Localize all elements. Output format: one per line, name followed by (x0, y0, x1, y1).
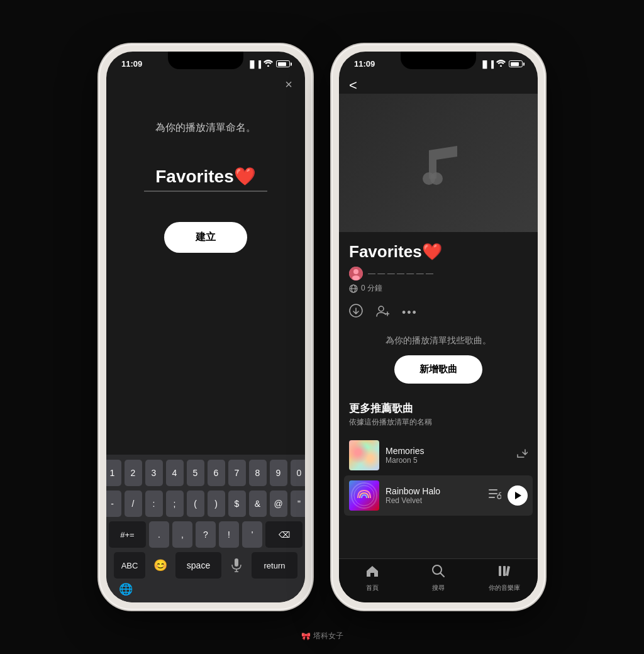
svg-point-21 (497, 495, 501, 499)
kb-return[interactable]: return (252, 552, 297, 579)
kb-key-9[interactable]: 9 (270, 460, 287, 486)
kb-key-dollar[interactable]: $ (228, 490, 246, 517)
song-actions-rainbow (489, 485, 528, 506)
phone-2-screen: 11:09 ▐▌▐ < (339, 52, 538, 602)
create-button-container: 建立 (119, 222, 292, 253)
music-note-large (410, 135, 467, 191)
rec-title: 更多推薦歌曲 (349, 401, 528, 416)
kb-key-amp[interactable]: & (249, 490, 267, 517)
kb-key-colon[interactable]: : (145, 490, 163, 517)
kb-globe[interactable]: 🌐 (119, 582, 133, 596)
nav-home-label: 首頁 (366, 584, 379, 592)
playlist-info: Favorites❤️ — — — — — — — (339, 232, 538, 296)
kb-space[interactable]: space (175, 552, 221, 579)
empty-state-text: 為你的播放清單找些歌曲。 (352, 335, 525, 346)
kb-globe-row: 🌐 (109, 579, 303, 596)
time-1: 11:09 (121, 59, 142, 69)
download-icon[interactable] (349, 304, 363, 321)
back-button[interactable]: < (339, 71, 538, 94)
kb-key-0[interactable]: 0 (291, 460, 306, 486)
kb-key-exclaim[interactable]: ! (219, 521, 239, 548)
add-to-playlist-icon-rainbow[interactable] (489, 489, 501, 502)
duration-text: 0 分鐘 (361, 283, 382, 294)
kb-key-comma[interactable]: , (172, 521, 192, 548)
kb-key-8[interactable]: 8 (249, 460, 267, 486)
svg-point-0 (267, 65, 269, 67)
kb-key-quote[interactable]: " (291, 490, 306, 517)
kb-key-3[interactable]: 3 (145, 460, 163, 486)
nav-library[interactable]: 你的音樂庫 (486, 564, 523, 592)
prompt-text: 為你的播放清單命名。 (119, 121, 292, 135)
kb-mic[interactable] (225, 553, 248, 577)
battery-icon-2 (509, 60, 523, 67)
duration-row: 0 分鐘 (349, 283, 528, 294)
kb-abc[interactable]: ABC (114, 552, 145, 579)
watermark-icon: 🎀 (301, 632, 311, 641)
kb-key-4[interactable]: 4 (166, 460, 184, 486)
kb-key-lparen[interactable]: ( (187, 490, 204, 517)
status-icons-2: ▐▌▐ (480, 60, 523, 69)
close-button[interactable]: × (285, 77, 292, 92)
phone1-content: × 為你的播放清單命名。 Favorites❤️ 建立 (106, 71, 305, 455)
kb-key-1[interactable]: 1 (106, 460, 121, 486)
user-avatar (349, 267, 363, 280)
svg-rect-24 (499, 566, 501, 576)
globe-small-icon (349, 284, 358, 293)
playlist-title-2: Favorites❤️ (349, 242, 528, 262)
keyboard[interactable]: 1 2 3 4 5 6 7 8 9 0 - / : ; ( (106, 455, 305, 602)
svg-point-6 (430, 172, 443, 185)
song-title-memories: Memories (386, 446, 510, 456)
phone-2: 11:09 ▐▌▐ < (331, 44, 545, 610)
kb-key-slash[interactable]: / (125, 490, 142, 517)
status-icons-1: ▐▌▐ (248, 60, 290, 69)
playlist-name-container: Favorites❤️ (119, 166, 292, 192)
add-to-playlist-icon-memories[interactable] (516, 448, 528, 463)
kb-backspace[interactable]: ⌫ (265, 521, 303, 548)
kb-key-dot[interactable]: . (149, 521, 169, 548)
svg-point-4 (500, 65, 502, 67)
album-art-placeholder (339, 94, 538, 232)
svg-rect-1 (235, 558, 238, 567)
kb-key-2[interactable]: 2 (125, 460, 142, 486)
notch-2 (401, 52, 476, 69)
kb-key-semi[interactable]: ; (166, 490, 184, 517)
kb-key-at[interactable]: @ (270, 490, 287, 517)
add-songs-button[interactable]: 新增歌曲 (394, 355, 482, 384)
kb-key-hashtag[interactable]: #+= (109, 521, 146, 548)
song-item-memories[interactable]: Memories Maroon 5 (349, 435, 528, 475)
svg-line-23 (440, 574, 444, 577)
playlist-name-text[interactable]: Favorites❤️ (119, 166, 292, 187)
status-bar-2: 11:09 ▐▌▐ (339, 52, 538, 71)
bottom-nav: 首頁 搜尋 (339, 558, 538, 602)
watermark: 🎀 塔科女子 (301, 631, 343, 641)
search-icon (431, 564, 445, 582)
song-cover-memories (349, 440, 379, 470)
svg-point-14 (379, 306, 384, 311)
wifi-icon-1 (264, 60, 273, 69)
song-artist-rainbow: Red Velvet (386, 496, 482, 505)
kb-key-6[interactable]: 6 (208, 460, 225, 486)
kb-key-7[interactable]: 7 (228, 460, 246, 486)
nav-home[interactable]: 首頁 (353, 564, 391, 592)
song-artist-memories: Maroon 5 (386, 456, 510, 465)
nav-library-label: 你的音樂庫 (489, 584, 520, 592)
kb-key-rparen[interactable]: ) (208, 490, 225, 517)
play-button-rainbow[interactable] (508, 485, 528, 506)
kb-emoji[interactable]: 😊 (148, 553, 172, 577)
username-text: — — — — — — — (368, 269, 433, 278)
library-icon (497, 564, 511, 582)
create-button[interactable]: 建立 (164, 222, 247, 253)
add-user-icon[interactable] (375, 304, 389, 321)
kb-key-5[interactable]: 5 (187, 460, 204, 486)
song-info-rainbow: Rainbow Halo Red Velvet (386, 486, 482, 505)
song-item-rainbow-halo[interactable]: Rainbow Halo Red Velvet (344, 475, 533, 516)
nav-search[interactable]: 搜尋 (419, 564, 457, 592)
kb-key-apos[interactable]: ' (242, 521, 262, 548)
kb-key-dash[interactable]: - (106, 490, 121, 517)
kb-key-question[interactable]: ? (196, 521, 216, 548)
playlist-title-text: Favorites❤️ (349, 242, 442, 262)
scene: 11:09 ▐▌▐ × (0, 0, 644, 654)
signal-icon-1: ▐▌▐ (248, 60, 260, 68)
svg-point-8 (353, 269, 358, 274)
more-options-icon[interactable]: ••• (402, 306, 418, 319)
